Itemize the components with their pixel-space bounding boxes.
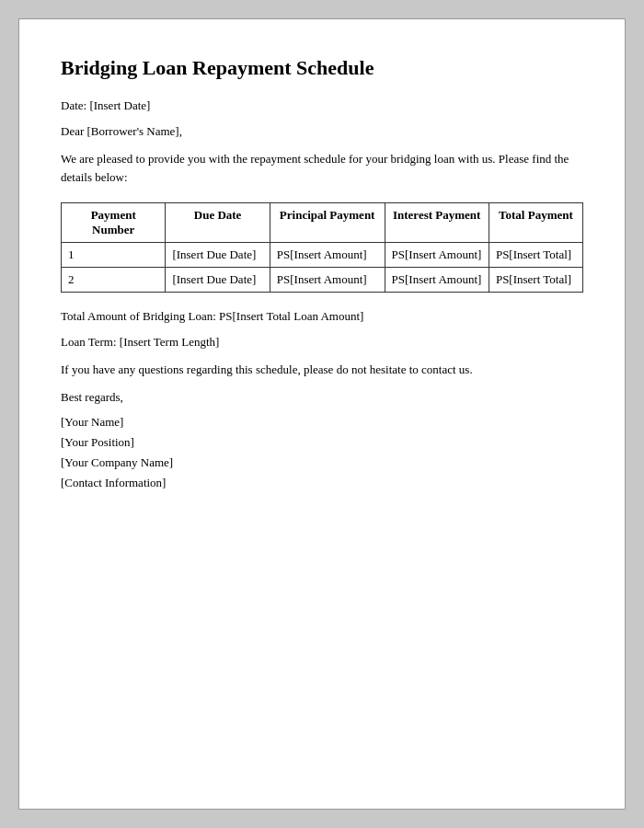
cell-total: PS[Insert Total]: [489, 243, 582, 268]
signature-company: [Your Company Name]: [61, 453, 583, 473]
document-page: Bridging Loan Repayment Schedule Date: […: [18, 18, 626, 810]
total-loan-line: Total Amount of Bridging Loan: PS[Insert…: [61, 309, 583, 324]
signature-block: [Your Name] [Your Position] [Your Compan…: [61, 412, 583, 493]
greeting: Dear [Borrower's Name],: [61, 124, 583, 139]
cell-payment-number: 1: [62, 243, 166, 268]
date-line: Date: [Insert Date]: [61, 98, 583, 113]
cell-due-date: [Insert Due Date]: [166, 243, 270, 268]
document-title: Bridging Loan Repayment Schedule: [61, 56, 583, 80]
cell-due-date: [Insert Due Date]: [166, 268, 270, 293]
cell-total: PS[Insert Total]: [489, 268, 582, 293]
col-header-principal: Principal Payment: [270, 203, 385, 243]
closing-text: If you have any questions regarding this…: [61, 361, 583, 379]
repayment-table: Payment Number Due Date Principal Paymen…: [61, 202, 583, 293]
cell-interest: PS[Insert Amount]: [385, 268, 489, 293]
table-row: 1[Insert Due Date]PS[Insert Amount]PS[In…: [62, 243, 583, 268]
intro-text: We are pleased to provide you with the r…: [61, 150, 583, 186]
cell-principal: PS[Insert Amount]: [270, 243, 385, 268]
col-header-payment-number: Payment Number: [62, 203, 166, 243]
signature-contact: [Contact Information]: [61, 473, 583, 493]
cell-principal: PS[Insert Amount]: [270, 268, 385, 293]
loan-term-line: Loan Term: [Insert Term Length]: [61, 335, 583, 350]
col-header-interest: Interest Payment: [385, 203, 489, 243]
col-header-total: Total Payment: [489, 203, 582, 243]
signature-name: [Your Name]: [61, 412, 583, 432]
regards: Best regards,: [61, 390, 583, 405]
signature-position: [Your Position]: [61, 432, 583, 453]
cell-interest: PS[Insert Amount]: [385, 243, 489, 268]
cell-payment-number: 2: [62, 268, 166, 293]
col-header-due-date: Due Date: [166, 203, 270, 243]
table-row: 2[Insert Due Date]PS[Insert Amount]PS[In…: [62, 268, 583, 293]
